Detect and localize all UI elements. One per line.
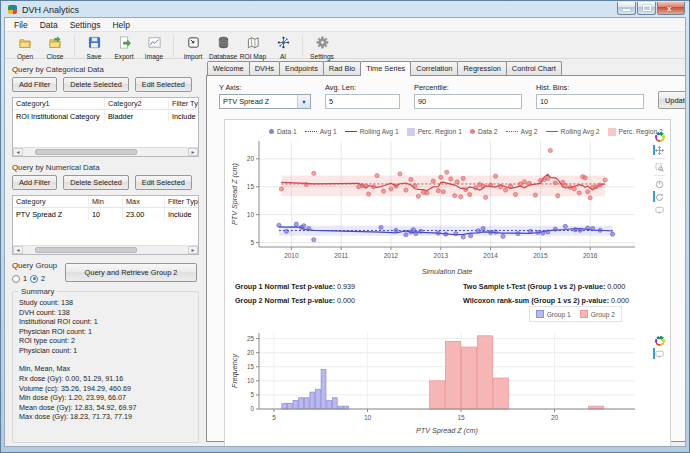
legend-item[interactable]: Avg 2 xyxy=(506,128,538,135)
wheel-zoom-tool-icon[interactable] xyxy=(655,179,665,189)
legend-item[interactable]: Data 2 xyxy=(470,128,498,135)
titlebar[interactable]: DVH Analytics x xyxy=(1,1,689,17)
numerical-delete-selected-button[interactable]: Delete Selected xyxy=(63,175,129,190)
menu-data[interactable]: Data xyxy=(34,19,64,31)
summary-line: Min, Mean, Max xyxy=(19,364,195,374)
tab-endpoints[interactable]: Endpoints xyxy=(279,61,324,75)
numerical-edit-selected-button[interactable]: Edit Selected xyxy=(135,175,192,190)
legend-marker-dot xyxy=(269,129,274,134)
import-icon xyxy=(187,35,200,53)
update-plot-button[interactable]: Update Plot xyxy=(658,91,686,109)
numerical-table[interactable]: Category Min Max Filter Type PTV Spread … xyxy=(12,195,199,255)
tool-import[interactable]: Import xyxy=(178,34,208,60)
time-series-plot[interactable]: 51015202010201120122013201420152016Simul… xyxy=(229,138,639,276)
minimize-button[interactable] xyxy=(617,2,636,15)
categorical-section-title: Query by Categorical Data xyxy=(12,65,201,74)
tool-open[interactable]: Open xyxy=(10,34,40,60)
column-header[interactable]: Category xyxy=(13,196,89,207)
hover-tool-icon[interactable] xyxy=(655,205,665,215)
horizontal-scrollbar[interactable]: ◄ ► xyxy=(13,147,198,156)
svg-text:2013: 2013 xyxy=(434,252,449,259)
avg-len-input[interactable] xyxy=(325,94,400,109)
database-icon xyxy=(217,35,230,53)
hover-tool-icon[interactable] xyxy=(655,349,665,359)
scroll-right-icon[interactable]: ► xyxy=(188,246,198,254)
svg-text:5: 5 xyxy=(250,391,254,398)
svg-text:PTV Spread Z (cm): PTV Spread Z (cm) xyxy=(230,163,239,225)
tab-dvhs[interactable]: DVHs xyxy=(249,61,280,75)
y-axis-label: Y Axis: xyxy=(219,83,311,92)
pan-tool-icon[interactable] xyxy=(655,145,665,155)
tab-correlation[interactable]: Correlation xyxy=(410,61,458,75)
percentile-label: Percentile: xyxy=(414,83,522,92)
table-row[interactable]: ROI Institutional Category Bladder Inclu… xyxy=(13,110,198,122)
histogram-plot[interactable]: 05101520255101520PTV Spread Z (cm)Freque… xyxy=(229,329,639,437)
maximize-icon xyxy=(643,5,651,11)
horizontal-scrollbar[interactable]: ◄ ► xyxy=(13,245,198,254)
tab-welcome[interactable]: Welcome xyxy=(207,61,250,75)
hist-bins-input[interactable] xyxy=(536,94,644,109)
maximize-button[interactable] xyxy=(637,2,656,15)
tool-ai[interactable]: AI xyxy=(268,34,298,60)
menu-settings[interactable]: Settings xyxy=(64,19,107,31)
table-row[interactable]: PTV Spread Z 10 23.00 Include xyxy=(13,208,198,220)
summary-line: Rx dose (Gy): 0.00, 51.29, 91.16 xyxy=(19,374,195,384)
categorical-delete-selected-button[interactable]: Delete Selected xyxy=(63,77,129,92)
summary-line: Min dose (Gy): 1.20, 23.99, 66.07 xyxy=(19,393,195,403)
scroll-right-icon[interactable]: ► xyxy=(188,148,198,156)
box-zoom-tool-icon[interactable] xyxy=(655,162,665,172)
svg-text:PTV Spread Z (cm): PTV Spread Z (cm) xyxy=(416,426,478,435)
close-button[interactable]: x xyxy=(657,2,685,15)
tab-time-series[interactable]: Time Series xyxy=(360,61,411,76)
stat-line: Group 2 Normal Test p-value: 0.000 xyxy=(235,296,463,305)
tool-image[interactable]: Image xyxy=(139,34,169,60)
close-icon: x xyxy=(667,4,671,13)
categorical-table[interactable]: Category1 Category2 Filter Type ROI Inst… xyxy=(12,97,199,157)
tab-regression[interactable]: Regression xyxy=(457,61,506,75)
svg-text:15: 15 xyxy=(247,363,255,370)
summary-line: Institutional ROI count: 1 xyxy=(19,317,195,327)
column-header[interactable]: Filter Type xyxy=(169,98,198,109)
menu-help[interactable]: Help xyxy=(106,19,135,31)
legend-marker-dash xyxy=(305,131,317,132)
percentile-input[interactable] xyxy=(414,94,522,109)
y-axis-dropdown[interactable]: PTV Spread Z ▼ xyxy=(219,94,311,109)
categorical-edit-selected-button[interactable]: Edit Selected xyxy=(135,77,192,92)
menu-file[interactable]: File xyxy=(8,19,34,31)
column-header[interactable]: Filter Type xyxy=(165,196,198,207)
menubar: File Data Settings Help xyxy=(5,18,685,32)
reset-tool-icon[interactable] xyxy=(655,192,665,202)
column-header[interactable]: Category2 xyxy=(105,98,169,109)
tool-roi-map[interactable]: ROI Map xyxy=(238,34,268,60)
legend-item[interactable]: Data 1 xyxy=(269,128,297,135)
column-header[interactable]: Category1 xyxy=(13,98,105,109)
column-header[interactable]: Min xyxy=(89,196,123,207)
scrollbar-thumb[interactable] xyxy=(35,149,137,155)
tool-settings[interactable]: Settings xyxy=(307,34,337,60)
legend-item[interactable]: Rolling Avg 1 xyxy=(345,128,399,135)
tool-close[interactable]: Close xyxy=(40,34,70,60)
column-header[interactable]: Max xyxy=(123,196,165,207)
tab-control-chart[interactable]: Control Chart xyxy=(506,61,562,75)
tool-save[interactable]: Save xyxy=(79,34,109,60)
plots-container: Data 1Avg 1Rolling Avg 1Perc. Region 1Da… xyxy=(224,119,671,447)
legend-item[interactable]: Perc. Region 1 xyxy=(407,128,462,136)
summary-line: Study count: 138 xyxy=(19,298,195,308)
svg-text:Frequency: Frequency xyxy=(230,354,239,388)
legend-item[interactable]: Avg 1 xyxy=(305,128,337,135)
legend-item[interactable]: Rolling Avg 2 xyxy=(546,128,600,135)
scroll-left-icon[interactable]: ◄ xyxy=(13,148,23,156)
tool-export[interactable]: Export xyxy=(109,34,139,60)
scroll-left-icon[interactable]: ◄ xyxy=(13,246,23,254)
group1-radio[interactable] xyxy=(12,275,20,283)
tab-rad-bio[interactable]: Rad Bio xyxy=(323,61,361,75)
query-retrieve-button[interactable]: Query and Retrieve Group 2 xyxy=(65,263,197,282)
svg-text:20: 20 xyxy=(551,414,559,421)
svg-text:Simulation Date: Simulation Date xyxy=(422,267,473,276)
tool-database[interactable]: Database xyxy=(208,34,238,60)
scrollbar-thumb[interactable] xyxy=(35,247,137,253)
categorical-add-filter-button[interactable]: Add Filter xyxy=(12,77,57,92)
chevron-down-icon[interactable]: ▼ xyxy=(297,95,310,108)
group2-radio[interactable] xyxy=(30,275,38,283)
numerical-add-filter-button[interactable]: Add Filter xyxy=(12,175,57,190)
